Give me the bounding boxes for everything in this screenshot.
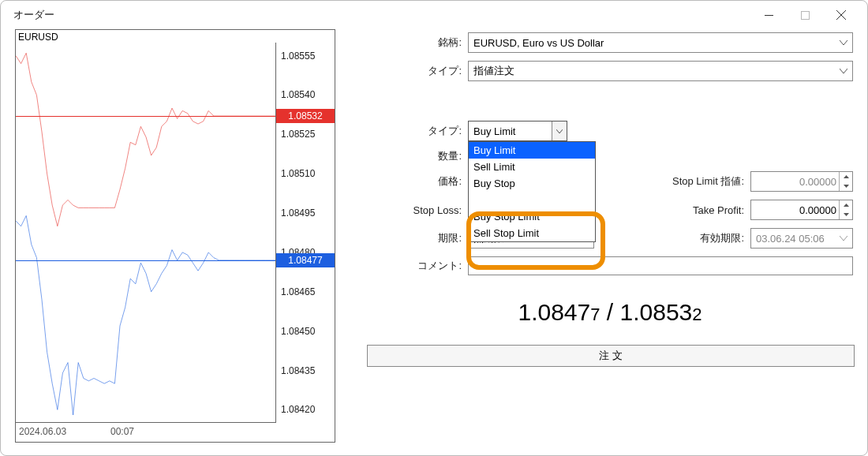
symbol-select[interactable]: EURUSD, Euro vs US Dollar: [468, 32, 853, 53]
price-label: 価格:: [367, 174, 468, 189]
pending-type-option[interactable]: Buy Stop: [469, 175, 595, 192]
expiry-value: 03.06.24 05:06: [756, 233, 825, 245]
take-profit-value: 0.00000: [799, 204, 836, 216]
pending-type-label: タイプ:: [367, 124, 468, 138]
x-tick: 00:07: [110, 426, 134, 437]
take-profit-input[interactable]: 0.00000: [750, 200, 853, 220]
close-button[interactable]: [823, 3, 859, 27]
chart-symbol-label: EURUSD: [18, 32, 58, 43]
order-button-label: 注 文: [599, 349, 623, 363]
pending-type-option[interactable]: Buy Stop Limit: [469, 208, 595, 225]
chevron-down-icon: [840, 69, 847, 73]
maximize-button[interactable]: [787, 3, 823, 27]
comment-label: コメント:: [367, 259, 468, 273]
ask-last-digit: 2: [692, 305, 702, 324]
pending-type-option[interactable]: [469, 192, 595, 208]
y-tick: 1.08420: [281, 404, 315, 415]
order-window: オーダー EURUSD 1.085551.085401.085251.08510…: [0, 0, 868, 456]
bid-main: 1.0847: [518, 299, 590, 325]
bid-line: [16, 260, 276, 261]
x-axis: 2024.06.03 00:07: [16, 422, 276, 442]
stop-limit-price-label: Stop Limit 指値:: [594, 174, 750, 189]
pending-type-value: Buy Limit: [473, 125, 515, 137]
ask-price-badge: 1.08532: [276, 109, 335, 123]
pending-type-option-list[interactable]: Buy LimitSell LimitBuy Stop Buy Stop Lim…: [468, 141, 596, 242]
ask-line: [16, 116, 276, 117]
y-tick: 1.08465: [281, 286, 315, 297]
x-tick: 2024.06.03: [19, 426, 66, 437]
spinner-icon[interactable]: [839, 172, 852, 191]
order-button[interactable]: 注 文: [367, 345, 855, 367]
volume-label: 数量:: [367, 149, 468, 163]
stop-limit-price-input[interactable]: 0.00000: [750, 171, 853, 192]
stop-limit-price-value: 0.00000: [799, 176, 836, 188]
quote-separator: /: [600, 299, 619, 325]
y-tick: 1.08450: [281, 326, 315, 337]
market-type-label: タイプ:: [367, 64, 468, 78]
minimize-button[interactable]: [750, 3, 787, 27]
y-tick: 1.08540: [281, 89, 315, 100]
chart-plot: [16, 43, 276, 423]
stop-loss-label: Stop Loss:: [367, 204, 468, 216]
y-tick: 1.08555: [281, 50, 315, 62]
take-profit-label: Take Profit:: [594, 204, 750, 216]
y-tick: 1.08435: [281, 365, 315, 376]
expiry-label: 有効期限:: [594, 231, 750, 245]
bid-last-digit: 7: [590, 305, 600, 324]
chart-pane: EURUSD 1.085551.085401.085251.085101.084…: [15, 29, 335, 443]
expiration-label: 期限:: [367, 231, 468, 245]
pending-type-select[interactable]: Buy Limit: [468, 121, 567, 141]
chevron-down-icon: [552, 121, 567, 140]
market-type-select[interactable]: 指値注文: [468, 61, 853, 81]
symbol-label: 銘柄:: [367, 36, 468, 50]
quote-display: 1.08477 / 1.08532: [367, 299, 853, 326]
ask-main: 1.0853: [620, 299, 693, 325]
bid-price-badge: 1.08477: [276, 253, 335, 267]
spinner-icon[interactable]: [839, 200, 852, 219]
pending-type-option[interactable]: Buy Limit: [469, 142, 595, 159]
comment-input[interactable]: [468, 256, 853, 275]
chart-frame: EURUSD 1.085551.085401.085251.085101.084…: [15, 29, 335, 443]
window-title: オーダー: [13, 8, 54, 22]
y-tick: 1.08495: [281, 207, 315, 219]
symbol-value: EURUSD, Euro vs US Dollar: [473, 37, 604, 49]
y-tick: 1.08510: [281, 168, 315, 179]
form-pane: 銘柄: EURUSD, Euro vs US Dollar タイプ: 指値注文 …: [367, 29, 853, 443]
chevron-down-icon: [840, 40, 847, 45]
y-axis: 1.085551.085401.085251.085101.084951.084…: [275, 43, 335, 423]
expiry-input[interactable]: 03.06.24 05:06: [750, 228, 853, 249]
pending-type-option[interactable]: Sell Stop Limit: [469, 225, 595, 241]
y-tick: 1.08525: [281, 129, 315, 140]
chevron-down-icon: [840, 236, 847, 241]
svg-rect-0: [801, 11, 809, 19]
titlebar: オーダー: [1, 1, 867, 29]
market-type-value: 指値注文: [473, 64, 514, 78]
pending-type-option[interactable]: Sell Limit: [469, 159, 595, 175]
